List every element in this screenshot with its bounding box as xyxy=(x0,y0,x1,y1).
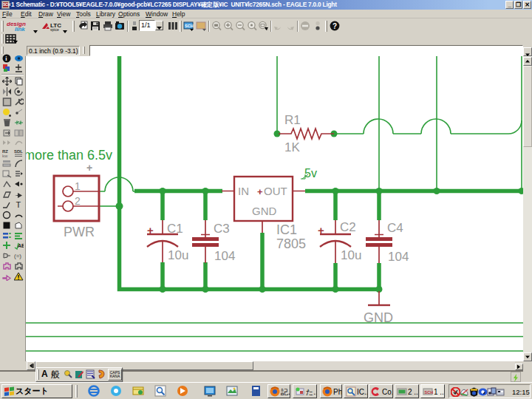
svg-text:C1: C1 xyxy=(167,222,183,236)
svg-text:+: + xyxy=(318,224,324,236)
svg-text:+: + xyxy=(147,224,154,236)
svg-text:SDL: SDL xyxy=(14,149,23,154)
svg-text:104: 104 xyxy=(388,250,409,264)
svg-text:+: + xyxy=(257,186,263,197)
svg-text:PWR: PWR xyxy=(64,225,95,239)
svg-text:spice: spice xyxy=(50,27,59,32)
svg-text:AB: AB xyxy=(18,243,24,248)
svg-text:10u: 10u xyxy=(168,248,188,262)
svg-text:more than 6.5v: more than 6.5v xyxy=(26,148,112,163)
svg-text:7805: 7805 xyxy=(276,236,306,251)
svg-text:10u: 10u xyxy=(341,248,361,262)
svg-text:SCH: SCH xyxy=(185,24,194,28)
svg-text:OUT: OUT xyxy=(264,185,287,197)
svg-text:IN: IN xyxy=(238,185,249,197)
svg-text:kw: kw xyxy=(2,154,8,157)
svg-text:T: T xyxy=(16,200,21,209)
svg-text:SCH: SCH xyxy=(425,390,434,395)
svg-text:R1: R1 xyxy=(284,113,301,127)
svg-text:C4: C4 xyxy=(387,221,403,235)
svg-text:+: + xyxy=(86,162,92,174)
svg-text:2: 2 xyxy=(75,195,81,207)
svg-text:C2: C2 xyxy=(340,220,356,234)
svg-text:104: 104 xyxy=(214,249,235,263)
svg-text:(=): (=) xyxy=(14,253,21,259)
svg-text:IC1: IC1 xyxy=(276,222,297,237)
svg-text:link: link xyxy=(15,26,25,33)
svg-text:C3: C3 xyxy=(214,222,230,236)
svg-text:1: 1 xyxy=(75,180,81,192)
svg-text:GND: GND xyxy=(252,205,277,217)
svg-text:GND: GND xyxy=(364,310,393,325)
svg-text:5v: 5v xyxy=(304,167,317,180)
svg-text:?: ? xyxy=(332,22,337,30)
svg-text:1K: 1K xyxy=(284,140,300,154)
